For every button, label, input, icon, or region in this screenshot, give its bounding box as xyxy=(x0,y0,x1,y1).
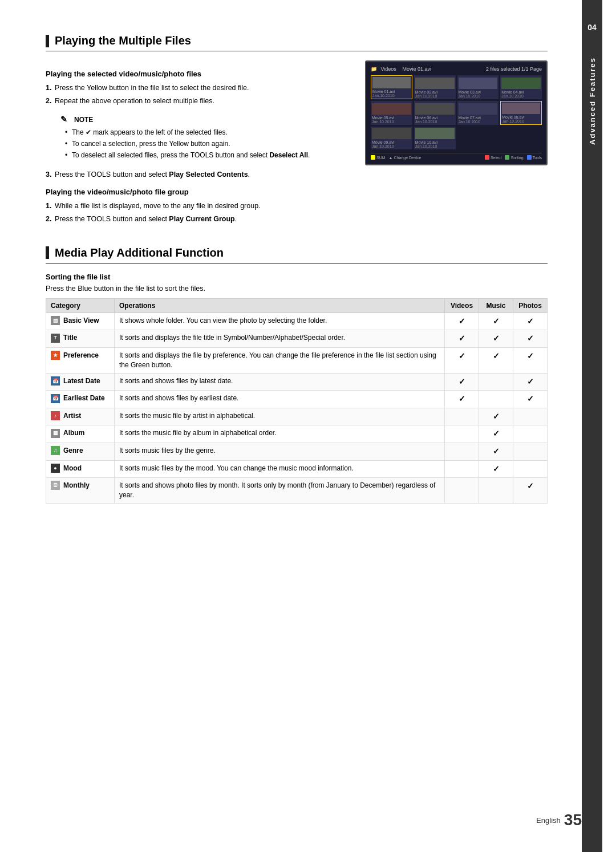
green-btn xyxy=(505,155,509,160)
td-category-9: 🗓Monthly xyxy=(46,478,115,504)
tv-file-8: Movie 08.avi Jan.10.2010 xyxy=(500,101,542,125)
td-photos-8 xyxy=(513,460,548,478)
cat-label: Basic View xyxy=(63,316,99,326)
cat-label: Preference xyxy=(63,351,99,360)
main-content: Playing the Multiple Files Playing the s… xyxy=(0,0,582,852)
td-desc-1: It sorts and displays the file title in … xyxy=(115,330,445,348)
section2-title: Media Play Additional Function xyxy=(55,246,224,259)
th-videos: Videos xyxy=(445,298,479,313)
td-videos-0: ✓ xyxy=(445,313,479,330)
table-body: ▤Basic ViewIt shows whole folder. You ca… xyxy=(46,313,548,503)
td-music-9 xyxy=(479,478,513,504)
td-desc-0: It shows whole folder. You can view the … xyxy=(115,313,445,330)
sort-table: Category Operations Videos Music Photos … xyxy=(46,298,548,504)
td-music-4 xyxy=(479,391,513,408)
note-box: ✎ NOTE The ✔ mark appears to the left of… xyxy=(55,111,354,165)
td-photos-7 xyxy=(513,443,548,460)
tv-footer: SUM ▲ Change Device Select Sorting Tools xyxy=(371,153,542,160)
cat-icon-monthly: 🗓 xyxy=(51,481,60,490)
td-desc-6: It sorts the music file by album in alph… xyxy=(115,425,445,443)
td-videos-5 xyxy=(445,408,479,425)
td-photos-1: ✓ xyxy=(513,330,548,348)
cat-icon-pref: ★ xyxy=(51,351,60,360)
step2-2: 2. Press the TOOLS button and select Pla… xyxy=(46,214,354,225)
td-music-8: ✓ xyxy=(479,460,513,478)
table-header-row: Category Operations Videos Music Photos xyxy=(46,298,548,313)
red-btn xyxy=(485,155,489,160)
tv-category: 📁 Videos Movie 01.avi xyxy=(371,66,431,72)
td-videos-8 xyxy=(445,460,479,478)
sort-intro: Press the Blue button in the file list t… xyxy=(46,285,548,293)
note-bullet-3: To deselect all selected files, press th… xyxy=(65,150,348,160)
section1-heading: Playing the Multiple Files xyxy=(46,34,548,51)
sort-heading: Sorting the file list xyxy=(46,273,548,281)
td-category-4: 📅Earliest Date xyxy=(46,391,115,408)
section2: Media Play Additional Function Sorting t… xyxy=(46,246,548,504)
td-music-0: ✓ xyxy=(479,313,513,330)
td-desc-3: It sorts and shows files by latest date. xyxy=(115,373,445,391)
table-row: ♪ArtistIt sorts the music file by artist… xyxy=(46,408,548,425)
table-row: ♫GenreIt sorts music files by the genre.… xyxy=(46,443,548,460)
td-photos-4: ✓ xyxy=(513,391,548,408)
td-desc-5: It sorts the music file by artist in alp… xyxy=(115,408,445,425)
cat-icon-artist: ♪ xyxy=(51,411,60,420)
td-desc-7: It sorts music files by the genre. xyxy=(115,443,445,460)
tv-file-6: Movie 06.avi Jan.10.2010 xyxy=(414,101,456,125)
tv-files-selected: 2 files selected 1/1 Page xyxy=(486,66,542,72)
cat-label: Latest Date xyxy=(63,376,100,386)
td-category-7: ♫Genre xyxy=(46,443,115,460)
tv-file-4: Movie 04.avi Jan.10.2010 xyxy=(500,75,542,99)
table-row: 🗓MonthlyIt sorts and shows photo files b… xyxy=(46,478,548,504)
td-videos-4: ✓ xyxy=(445,391,479,408)
table-row: TTitleIt sorts and displays the file tit… xyxy=(46,330,548,348)
table-row: ★PreferenceIt sorts and displays the fil… xyxy=(46,347,548,373)
tv-header: 📁 Videos Movie 01.avi 2 files selected 1… xyxy=(371,66,542,72)
cat-icon-earliest: 📅 xyxy=(51,394,60,403)
side-tab: 04 Advanced Features xyxy=(582,0,602,852)
text-column: Playing the selected video/music/photo f… xyxy=(46,60,354,229)
section2-heading-bar xyxy=(46,246,49,259)
sub1-heading: Playing the selected video/music/photo f… xyxy=(46,70,354,78)
cat-icon-mood: ● xyxy=(51,464,60,473)
td-category-3: 📅Latest Date xyxy=(46,373,115,391)
tv-file-1: Movie 01.avi Jan.10.2010 xyxy=(371,75,412,99)
td-desc-4: It sorts and shows files by earliest dat… xyxy=(115,391,445,408)
td-videos-9 xyxy=(445,478,479,504)
td-photos-0: ✓ xyxy=(513,313,548,330)
td-category-5: ♪Artist xyxy=(46,408,115,425)
tv-file-5: Movie 05.avi Jan.10.2010 xyxy=(371,101,412,125)
section2-heading: Media Play Additional Function xyxy=(46,246,548,263)
page-footer: English 35 xyxy=(536,811,582,829)
td-photos-3: ✓ xyxy=(513,373,548,391)
tv-file-9: Movie 09.avi Jan.10.2010 xyxy=(371,127,412,149)
td-photos-2: ✓ xyxy=(513,347,548,373)
cat-icon-genre: ♫ xyxy=(51,446,60,455)
footer-english: English xyxy=(536,816,561,825)
chapter-label: Advanced Features xyxy=(588,57,597,145)
td-videos-2: ✓ xyxy=(445,347,479,373)
steps-list: 1. Press the Yellow button in the file l… xyxy=(46,83,354,107)
step-3: 3. Press the TOOLS button and select Pla… xyxy=(46,169,354,180)
cat-icon-title: T xyxy=(51,334,60,343)
th-operations: Operations xyxy=(115,298,445,313)
td-videos-6 xyxy=(445,425,479,443)
tv-file-grid: Movie 01.avi Jan.10.2010 Movie 02.avi Ja… xyxy=(371,75,542,149)
td-videos-7 xyxy=(445,443,479,460)
td-music-7: ✓ xyxy=(479,443,513,460)
td-photos-6 xyxy=(513,425,548,443)
tv-screenshot: 📁 Videos Movie 01.avi 2 files selected 1… xyxy=(365,60,548,165)
page-number: 35 xyxy=(564,811,582,829)
table-row: ●MoodIt sorts music files by the mood. Y… xyxy=(46,460,548,478)
steps2-list: 1. While a file list is displayed, move … xyxy=(46,201,354,225)
td-videos-3: ✓ xyxy=(445,373,479,391)
step3-list: 3. Press the TOOLS button and select Pla… xyxy=(46,169,354,180)
th-category: Category xyxy=(46,298,115,313)
sub2-heading: Playing the video/music/photo file group xyxy=(46,188,354,196)
tv-file-10: Movie 10.avi Jan.10.2010 xyxy=(414,127,456,149)
note-header: ✎ NOTE xyxy=(60,115,348,125)
blue-btn xyxy=(527,155,532,160)
step-1: 1. Press the Yellow button in the file l… xyxy=(46,83,354,94)
cat-label: Mood xyxy=(63,464,82,473)
cat-label: Genre xyxy=(63,446,83,456)
td-category-2: ★Preference xyxy=(46,347,115,373)
